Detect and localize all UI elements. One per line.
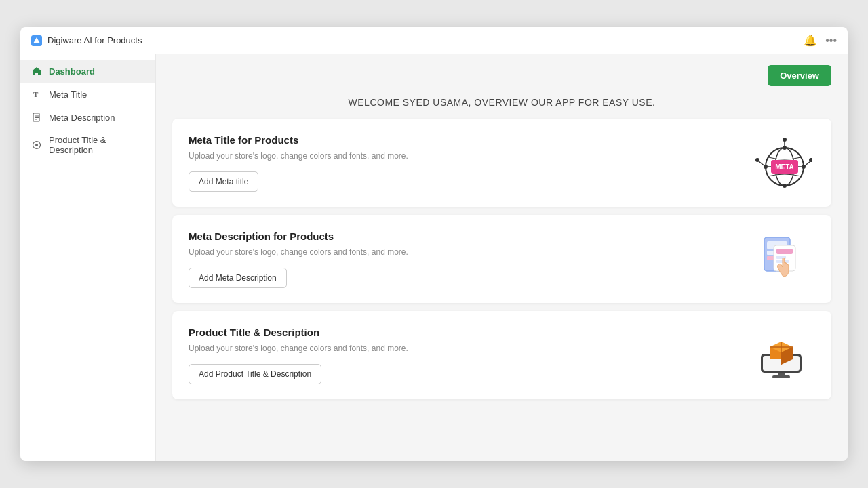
main-layout: Dashboard T Meta Title: [20, 54, 848, 461]
meta-title-card: Meta Title for Products Upload your stor…: [172, 119, 831, 207]
sidebar-label-meta-title: Meta Title: [49, 89, 87, 100]
svg-text:T: T: [33, 90, 39, 98]
svg-line-17: [759, 161, 766, 167]
product-title-desc-card-desc: Upload your store's logo, change colors …: [189, 344, 736, 353]
svg-point-22: [783, 138, 787, 142]
sidebar-label-dashboard: Dashboard: [49, 66, 95, 77]
sidebar-item-dashboard[interactable]: Dashboard: [20, 60, 155, 83]
main-content: Overview WELCOME SYED USAMA, OVERVIEW OU…: [156, 54, 848, 461]
svg-rect-32: [772, 375, 790, 378]
title-bar-right: 🔔 •••: [804, 34, 837, 47]
meta-title-card-content: Meta Title for Products Upload your stor…: [189, 134, 736, 192]
overview-button[interactable]: Overview: [768, 65, 831, 86]
sidebar-item-meta-description[interactable]: Meta Description: [20, 106, 155, 129]
more-options-icon[interactable]: •••: [825, 35, 837, 47]
doc-icon: [31, 112, 42, 123]
app-title: Digiware AI for Products: [47, 35, 142, 45]
product-title-desc-card-title: Product Title & Description: [189, 327, 736, 338]
title-bar-left: Digiware AI for Products: [31, 35, 142, 46]
svg-point-7: [35, 144, 38, 146]
meta-title-card-image: META: [747, 132, 815, 193]
meta-description-card: Meta Description for Products Upload you…: [172, 215, 831, 303]
title-bar: Digiware AI for Products 🔔 •••: [20, 27, 848, 54]
sidebar-item-product-title-desc[interactable]: Product Title & Description: [20, 129, 155, 161]
content-header: Overview: [172, 65, 831, 86]
bell-icon[interactable]: 🔔: [804, 34, 817, 47]
sidebar-label-meta-description: Meta Description: [49, 113, 115, 123]
product-title-desc-card-image: [747, 325, 815, 386]
meta-description-card-content: Meta Description for Products Upload you…: [189, 230, 736, 288]
sidebar-label-product-title-desc: Product Title & Description: [49, 135, 144, 155]
meta-description-card-image: [747, 228, 815, 289]
add-meta-title-button[interactable]: Add Meta title: [189, 171, 258, 192]
meta-description-card-desc: Upload your store's logo, change colors …: [189, 247, 736, 257]
product-title-desc-card: Product Title & Description Upload your …: [172, 311, 831, 399]
svg-point-20: [809, 158, 812, 162]
svg-point-18: [755, 158, 760, 162]
home-icon: [31, 66, 42, 77]
welcome-text: WELCOME SYED USAMA, OVERVIEW OUR APP FOR…: [172, 97, 831, 108]
app-window: Digiware AI for Products 🔔 ••• Dashboard: [20, 27, 848, 461]
sidebar: Dashboard T Meta Title: [20, 54, 156, 461]
svg-point-16: [783, 184, 787, 188]
sidebar-item-meta-title[interactable]: T Meta Title: [20, 83, 155, 106]
tag-icon: [31, 140, 42, 150]
meta-title-card-title: Meta Title for Products: [189, 134, 736, 146]
meta-title-card-desc: Upload your store's logo, change colors …: [189, 151, 736, 161]
meta-description-card-title: Meta Description for Products: [189, 230, 736, 242]
svg-line-19: [804, 161, 810, 167]
app-logo: [31, 35, 42, 46]
add-product-title-desc-button[interactable]: Add Product Title & Description: [189, 364, 321, 384]
svg-rect-28: [776, 249, 793, 254]
add-meta-description-button[interactable]: Add Meta Description: [189, 268, 287, 288]
text-icon: T: [31, 89, 42, 100]
svg-marker-0: [33, 37, 40, 43]
product-title-desc-card-content: Product Title & Description Upload your …: [189, 327, 736, 384]
svg-text:META: META: [775, 163, 794, 171]
